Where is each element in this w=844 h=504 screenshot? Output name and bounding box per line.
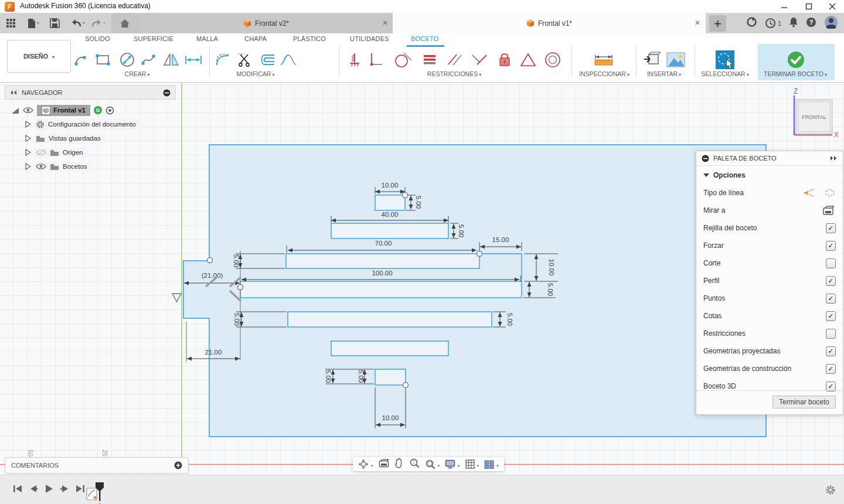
constraint-parallel[interactable] xyxy=(444,49,465,70)
constraint-horizontal-vertical[interactable] xyxy=(365,49,386,70)
create-mirror-tool[interactable] xyxy=(161,49,182,70)
browser-header[interactable]: NAVEGADOR xyxy=(5,86,176,100)
minimize-panel-icon[interactable] xyxy=(163,89,171,97)
user-avatar[interactable] xyxy=(824,15,838,32)
timeline-sketch-feature[interactable] xyxy=(86,482,106,504)
modify-offset-tool[interactable] xyxy=(256,49,277,70)
add-comment-icon[interactable] xyxy=(174,461,182,469)
modify-curve-tool[interactable] xyxy=(278,49,299,70)
browser-item-sketches[interactable]: Bocetos xyxy=(11,159,176,173)
eye-visible-icon[interactable] xyxy=(23,107,33,114)
maximize-button[interactable] xyxy=(801,1,817,12)
insert-derive-tool[interactable] xyxy=(641,49,662,70)
notification-bell-icon[interactable] xyxy=(789,17,798,30)
expand-arrow-icon[interactable] xyxy=(25,163,31,170)
sketch-palette-header[interactable]: PALETA DE BOCETO xyxy=(696,151,843,166)
expand-arrow-icon[interactable] xyxy=(25,121,31,128)
checkbox[interactable] xyxy=(826,329,836,339)
checkbox[interactable] xyxy=(826,241,836,251)
finish-sketch-footer-button[interactable]: Terminar boceto xyxy=(772,396,836,408)
undo-icon[interactable] xyxy=(70,19,85,28)
step-back-icon[interactable] xyxy=(29,485,38,493)
constraint-symmetry[interactable] xyxy=(518,49,539,70)
new-tab-button[interactable] xyxy=(709,15,726,32)
activate-radio-icon[interactable] xyxy=(106,106,114,115)
modify-trim-tool[interactable] xyxy=(234,49,256,70)
close-button[interactable] xyxy=(824,1,840,12)
timeline-options-gear[interactable] xyxy=(825,485,836,498)
expand-panel-icon[interactable] xyxy=(830,155,838,161)
constraint-perpendicular[interactable] xyxy=(469,49,490,70)
create-spline-tool[interactable] xyxy=(138,49,159,70)
checkbox[interactable] xyxy=(826,364,836,374)
workspace-selector-button[interactable]: DISEÑO xyxy=(7,40,71,73)
ribbon-tab-plastico[interactable]: PLÁSTICO xyxy=(293,35,326,46)
construction-shape-icon[interactable] xyxy=(824,188,836,198)
create-circle-tool[interactable] xyxy=(117,49,138,70)
redo-icon[interactable] xyxy=(91,19,107,28)
ribbon-tab-chapa[interactable]: CHAPA xyxy=(244,35,267,46)
group-label-inspeccionar[interactable]: INSPECCIONAR xyxy=(579,70,629,77)
minimize-panel-icon[interactable] xyxy=(702,155,709,162)
constraint-tangent[interactable] xyxy=(393,49,414,70)
zoom-window-tool[interactable] xyxy=(425,459,440,469)
file-menu-icon[interactable] xyxy=(27,18,40,29)
group-label-crear[interactable]: CREAR xyxy=(125,70,150,77)
eye-hidden-icon[interactable] xyxy=(36,149,46,156)
app-grid-menu-icon[interactable] xyxy=(6,18,16,28)
group-label-insertar[interactable]: INSERTAR xyxy=(647,70,681,77)
display-settings-tool[interactable] xyxy=(445,459,460,469)
eye-visible-icon[interactable] xyxy=(36,163,46,170)
look-at-tool[interactable] xyxy=(379,459,389,470)
checkbox[interactable] xyxy=(826,311,836,321)
browser-item-origin[interactable]: Origen xyxy=(11,145,176,159)
viewports-tool[interactable] xyxy=(484,459,499,469)
grid-settings-tool[interactable] xyxy=(465,459,479,469)
chevron-down-icon[interactable] xyxy=(495,459,499,469)
viewcube-face-label[interactable]: FRONTAL xyxy=(802,114,826,120)
checkbox[interactable] xyxy=(826,223,836,233)
help-icon[interactable]: ? xyxy=(806,17,816,30)
ribbon-tab-solido[interactable]: SOLIDO xyxy=(85,35,110,46)
document-tab-frontal-v2[interactable]: Frontal v2* ✕ xyxy=(138,13,393,33)
group-label-modificar[interactable]: MODIFICAR xyxy=(237,70,275,77)
construction-line-icon[interactable] xyxy=(803,188,816,198)
palette-section-header[interactable]: Opciones xyxy=(696,166,843,181)
group-label-terminar-boceto[interactable]: TERMINAR BOCETO xyxy=(764,70,827,77)
tab-close-icon[interactable]: ✕ xyxy=(382,19,388,27)
extensions-icon[interactable] xyxy=(746,16,757,30)
ribbon-tab-superficie[interactable]: SUPERFICIE xyxy=(134,35,173,46)
create-rectangle-tool[interactable] xyxy=(93,49,114,70)
checkbox[interactable] xyxy=(826,276,836,286)
constraint-coincident[interactable] xyxy=(344,49,365,70)
go-to-end-icon[interactable] xyxy=(76,485,85,493)
checkbox[interactable] xyxy=(826,294,836,304)
ribbon-tab-boceto[interactable]: BOCETO xyxy=(411,35,438,46)
look-at-icon[interactable] xyxy=(822,206,834,216)
comments-bar[interactable]: COMENTARIOS xyxy=(5,457,189,474)
chevron-down-icon[interactable] xyxy=(457,459,460,469)
zoom-tool[interactable]: +− xyxy=(409,458,420,471)
play-icon[interactable] xyxy=(45,484,53,493)
chevron-down-icon[interactable] xyxy=(370,459,373,469)
create-dimension-tool[interactable] xyxy=(183,49,204,70)
chevron-down-icon[interactable] xyxy=(437,459,440,469)
constraint-fix-lock[interactable] xyxy=(494,49,515,70)
browser-root-item[interactable]: Frontal v1 xyxy=(37,105,90,116)
pan-tool[interactable] xyxy=(394,458,404,471)
group-label-seleccionar[interactable]: SELECCIONAR xyxy=(701,70,748,77)
save-icon[interactable] xyxy=(50,18,60,28)
browser-root-row[interactable]: Frontal v1 G xyxy=(11,103,176,117)
constraint-concentric[interactable] xyxy=(542,49,563,70)
collapse-panel-icon[interactable] xyxy=(10,90,17,96)
finish-sketch-button[interactable] xyxy=(785,49,806,70)
group-label-restricciones[interactable]: RESTRICCIONES xyxy=(427,70,481,77)
expand-arrow-icon[interactable] xyxy=(25,149,31,156)
select-tool[interactable] xyxy=(714,49,736,70)
job-status-icon[interactable]: 1 xyxy=(765,18,781,29)
ribbon-tab-malla[interactable]: MALLA xyxy=(196,35,218,46)
inspect-measure-tool[interactable] xyxy=(593,49,614,70)
chevron-down-icon[interactable] xyxy=(476,459,479,469)
constraint-equal[interactable] xyxy=(419,49,440,70)
create-line-tool[interactable] xyxy=(70,49,91,70)
